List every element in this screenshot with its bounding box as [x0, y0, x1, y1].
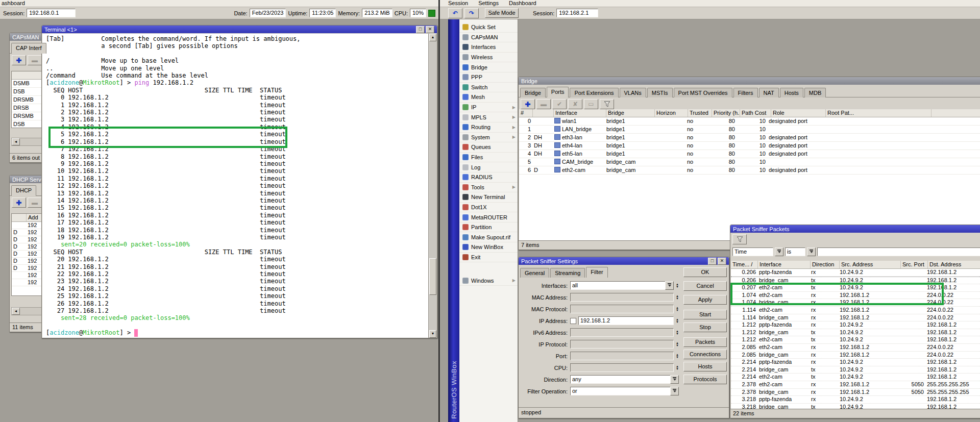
sidebar-item-make-supout-rif[interactable]: Make Supout.rif: [459, 232, 518, 242]
updown-arrows-icon[interactable]: ▲▼: [676, 330, 679, 335]
table-row[interactable]: 1.114bridge_camrx192.168.1.2224.0.0.22: [731, 314, 980, 322]
add-button[interactable]: ✚: [521, 99, 535, 109]
apply-button[interactable]: Apply: [683, 295, 727, 305]
table-row[interactable]: 1.212pptp-fazendarx10.24.9.2192.168.1.2: [731, 321, 980, 329]
remove-button[interactable]: ▬: [28, 55, 42, 65]
table-row[interactable]: 2.214pptp-fazendarx10.24.9.2192.168.1.2: [731, 359, 980, 366]
scroll-left-icon[interactable]: ◄: [12, 308, 20, 315]
sniffer-settings-titlebar[interactable]: Packet Sniffer Settings □ ✕: [519, 257, 729, 265]
dropdown-icon[interactable]: [670, 375, 679, 384]
table-row[interactable]: 1.212bridge_camtx10.24.9.2192.168.1.2: [731, 329, 980, 337]
close-icon[interactable]: ✕: [426, 26, 434, 33]
terminal-scrollbar[interactable]: ▲ ▼: [428, 34, 436, 338]
sidebar-item-dot1x[interactable]: Dot1X: [459, 203, 518, 213]
ok-button[interactable]: OK: [683, 267, 727, 277]
column-header[interactable]: Interface: [758, 261, 811, 268]
table-row[interactable]: 3DHeth4-lanbridge1no8010designated port: [519, 142, 980, 150]
tab-filters[interactable]: Filters: [733, 88, 758, 97]
column-header[interactable]: Horizon: [655, 109, 688, 117]
sidebar-item-routing[interactable]: Routing▶: [459, 122, 518, 133]
table-row[interactable]: 0.206bridge_camtx10.24.9.2192.168.1.2: [731, 277, 980, 285]
sidebar-item-radius[interactable]: RADIUS: [459, 172, 518, 183]
table-row[interactable]: 0wlan1bridge1no8010designated port: [519, 117, 980, 126]
sidebar-item-log[interactable]: Log: [459, 162, 518, 172]
sniffer-packets-titlebar[interactable]: Packet Sniffer Packets: [730, 225, 980, 233]
column-header[interactable]: Time... /: [731, 261, 758, 268]
start-button[interactable]: Start: [683, 310, 727, 319]
updown-arrows-icon[interactable]: ▲▼: [676, 283, 679, 288]
packets-button[interactable]: Packets: [683, 337, 727, 347]
table-row[interactable]: 1.114eth2-camrx192.168.1.2224.0.0.22: [731, 307, 980, 314]
table-row[interactable]: 2.378bridge_camrx192.168.1.25050255.255.…: [731, 389, 980, 396]
session-field[interactable]: 192.168.0.1: [27, 9, 76, 17]
tab-port-mst-overrides[interactable]: Port MST Overrides: [674, 88, 732, 97]
column-header[interactable]: Src. Address: [840, 261, 901, 268]
remove-button[interactable]: ▬: [28, 197, 42, 208]
table-row[interactable]: 3.218bridge_camtx10.24.9.2192.168.1.2: [731, 404, 980, 409]
ip-address-checkbox[interactable]: [570, 318, 576, 324]
updown-arrows-icon[interactable]: ▲▼: [676, 342, 679, 347]
sidebar-item-queues[interactable]: Queues: [459, 142, 518, 153]
updown-arrows-icon[interactable]: ▲▼: [676, 307, 679, 312]
protocols-button[interactable]: Protocols: [683, 375, 727, 384]
tab-filter[interactable]: Filter: [586, 267, 607, 278]
tab-vlans[interactable]: VLANs: [620, 88, 646, 97]
column-header[interactable]: Root Pat...: [826, 109, 932, 117]
tab-cap-interface[interactable]: CAP Interf: [11, 43, 46, 54]
sidebar-item-tools[interactable]: Tools▶: [459, 183, 518, 193]
sidebar-item-partition[interactable]: Partition: [459, 222, 518, 233]
column-header[interactable]: Bridge: [606, 109, 655, 117]
scrollbar-thumb[interactable]: [429, 258, 436, 295]
sidebar-item-wireless[interactable]: Wireless: [459, 53, 518, 63]
safe-mode-button[interactable]: Safe Mode: [485, 8, 519, 18]
dropdown-icon[interactable]: [807, 247, 816, 256]
dropdown-icon[interactable]: [665, 281, 674, 290]
sidebar-item-ip[interactable]: IP▶: [459, 103, 518, 113]
dropdown-icon[interactable]: [670, 387, 679, 395]
disable-button[interactable]: ✘: [568, 99, 582, 109]
table-row[interactable]: 0.207eth2-camtx10.24.9.2192.168.1.2: [731, 284, 980, 292]
scroll-up-icon[interactable]: ▲: [429, 34, 436, 41]
table-row[interactable]: 2.214eth2-camtx10.24.9.2192.168.1.2: [731, 374, 980, 381]
table-row[interactable]: 2DHeth3-lanbridge1no8010designated port: [519, 134, 980, 142]
table-row[interactable]: 5CAM_bridgebridge_camno8010: [519, 158, 980, 166]
maximize-icon[interactable]: □: [708, 258, 717, 265]
filter-button[interactable]: [600, 99, 614, 109]
table-row[interactable]: 2.085bridge_camrx192.168.1.2224.0.0.22: [731, 352, 980, 359]
tab-dhcp[interactable]: DHCP: [11, 185, 36, 196]
column-header[interactable]: Path Cost: [740, 109, 771, 117]
table-row[interactable]: 0.206pptp-fazendarx10.24.9.2192.168.1.2: [731, 269, 980, 277]
tab-general[interactable]: General: [520, 268, 549, 278]
sidebar-item-files[interactable]: Files: [459, 153, 518, 163]
table-row[interactable]: 4DHeth5-lanbridge1no8010designated port: [519, 150, 980, 158]
tab-nat[interactable]: NAT: [759, 88, 779, 97]
table-row[interactable]: 6Deth2-cambridge_camno8010designated por…: [519, 166, 980, 175]
table-row[interactable]: 2.378eth2-camrx192.168.1.25050255.255.25…: [731, 381, 980, 389]
filter-field-select[interactable]: Time: [732, 247, 773, 256]
session-field[interactable]: 192.168.2.1: [556, 9, 598, 17]
terminal-titlebar[interactable]: Terminal <1> □ ✕: [42, 26, 437, 33]
sidebar-item-mesh[interactable]: Mesh: [459, 92, 518, 103]
sidebar-item-system[interactable]: System▶: [459, 133, 518, 143]
sidebar-item-switch[interactable]: Switch: [459, 83, 518, 93]
table-row[interactable]: 1.074eth2-camrx192.168.1.2224.0.0.22: [731, 292, 980, 300]
maximize-icon[interactable]: □: [416, 26, 425, 33]
field-input[interactable]: or: [570, 387, 678, 395]
tab-streaming[interactable]: Streaming: [550, 268, 585, 278]
menu-item-dashboard-partial[interactable]: ashboard: [2, 0, 25, 6]
table-row[interactable]: 1LAN_bridgebridge1no8010: [519, 126, 980, 134]
table-row[interactable]: 2.085eth2-camrx192.168.1.2224.0.0.22: [731, 344, 980, 352]
menu-item-session[interactable]: Session: [448, 0, 468, 6]
bridge-titlebar[interactable]: Bridge: [519, 77, 980, 85]
sidebar-item-interfaces[interactable]: Interfaces: [459, 42, 518, 53]
column-header[interactable]: [533, 109, 554, 117]
table-row[interactable]: 1.074bridge_camrx192.168.1.2224.0.0.22: [731, 299, 980, 307]
cancel-button[interactable]: Cancel: [683, 281, 727, 291]
field-input[interactable]: any: [570, 375, 678, 384]
scroll-left-icon[interactable]: ◄: [12, 138, 20, 145]
sidebar-item-bridge[interactable]: Bridge: [459, 62, 518, 72]
hosts-button[interactable]: Hosts: [683, 362, 727, 371]
menu-item-dashboard[interactable]: Dashboard: [509, 0, 536, 6]
column-header[interactable]: #: [519, 109, 533, 117]
sidebar-item-new-terminal[interactable]: New Terminal: [459, 192, 518, 203]
